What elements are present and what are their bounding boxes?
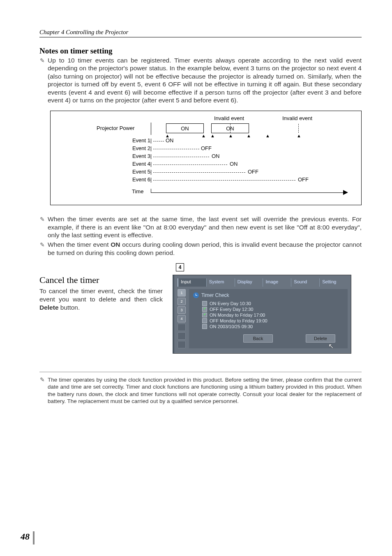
side-btn-2[interactable]: 2 <box>178 298 186 305</box>
cancel-text-b: button. <box>59 304 80 311</box>
page-number: 48 <box>21 531 30 542</box>
timer-item-1: ON Every Day 10:30 <box>210 301 251 306</box>
timer-item-5: ON 2003/10/25 09:30 <box>210 324 253 329</box>
cancel-text-a: To cancel the timer event, check the tim… <box>39 287 163 303</box>
chapter-header: Chapter 4 Controlling the Projector <box>39 29 362 37</box>
side-btn-4[interactable]: 4 <box>178 315 186 322</box>
event-2-state: OFF <box>201 145 212 151</box>
tab-image[interactable]: Image <box>263 278 291 287</box>
invalid-event-label-1: Invalid event <box>214 115 244 121</box>
event-3-label: Event 3 <box>124 153 150 159</box>
tab-system[interactable]: System <box>206 278 235 287</box>
notes-title: Notes on timer setting <box>39 46 362 56</box>
pencil-icon: ✎ <box>39 216 45 239</box>
timer-item-2: OFF Every Day 12:30 <box>210 307 253 312</box>
note-2: ✎ When the timer events are set at the s… <box>39 215 362 239</box>
invalid-event-label-2: Invalid event <box>282 115 312 121</box>
checkbox-3[interactable] <box>202 313 207 317</box>
tab-sound[interactable]: Sound <box>291 278 319 287</box>
note-3-a: When the timer event <box>48 241 111 248</box>
timer-check-title: Timer Check <box>201 292 229 298</box>
cancel-timer-text: To cancel the timer event, check the tim… <box>39 287 163 312</box>
note-2-text: When the timer events are set at the sam… <box>48 215 362 239</box>
pencil-icon: ✎ <box>39 57 45 104</box>
checkbox-1[interactable] <box>202 301 207 306</box>
timer-item-3: ON Monday to Friday 17:00 <box>210 313 265 317</box>
event-6-label: Event 6 <box>124 176 150 183</box>
cursor-icon: ↖ <box>328 342 334 350</box>
on-box-1: ON <box>166 123 204 133</box>
clock-icon <box>193 292 199 298</box>
event-4-state: ON <box>230 161 238 167</box>
projector-gui-screenshot: Input System Display Image Sound Setting… <box>173 275 351 354</box>
tab-display[interactable]: Display <box>235 278 263 287</box>
event-3-state: ON <box>212 153 220 159</box>
event-4-label: Event 4 <box>124 161 150 167</box>
note-1: ✎ Up to 10 timer events can be registere… <box>39 56 362 104</box>
event-2-label: Event 2 <box>124 145 150 151</box>
pencil-icon: ✎ <box>39 241 45 257</box>
side-btn-3[interactable]: 3 <box>178 306 186 314</box>
page-side-bar <box>33 531 35 544</box>
side-btn-empty-2[interactable] <box>178 332 186 340</box>
time-label: Time <box>132 188 143 195</box>
side-btn-empty-1[interactable] <box>178 324 186 331</box>
event-1-state: ON <box>166 137 174 144</box>
footnote: ✎ The timer operates by using the clock … <box>39 376 362 405</box>
gui-side-nav: 1 2 3 4 <box>178 289 186 348</box>
timer-item-4: OFF Monday to Friday 19:00 <box>210 318 267 323</box>
checkbox-4[interactable] <box>202 318 207 323</box>
projector-power-label: Projector Power <box>97 125 134 131</box>
note-3: ✎ When the timer event ON occurs during … <box>39 241 362 257</box>
delete-button[interactable]: Delete <box>306 334 335 343</box>
back-button[interactable]: Back <box>243 334 273 343</box>
gui-tab-bar: Input System Display Image Sound Setting <box>174 275 351 287</box>
tab-setting[interactable]: Setting <box>319 278 348 287</box>
side-btn-1[interactable]: 1 <box>178 289 186 297</box>
event-5-state: OFF <box>248 169 258 175</box>
divider <box>39 372 362 372</box>
note-3-text: When the timer event ON occurs during co… <box>48 241 362 257</box>
page-indicator-box: 4 <box>176 263 184 271</box>
event-5-label: Event 5 <box>124 169 150 175</box>
checkbox-5[interactable] <box>202 324 207 329</box>
power-axis: ON ON ▲ ▲ ▲ ▲ ▲ ▲ ▲ <box>151 123 350 135</box>
note-3-bold: ON <box>111 241 120 248</box>
footnote-text: The timer operates by using the clock fu… <box>48 376 362 405</box>
arrow-right-icon <box>343 190 348 195</box>
event-1-label: Event 1 <box>124 137 150 144</box>
pencil-icon: ✎ <box>39 376 45 405</box>
cancel-text-bold: Delete <box>39 304 59 311</box>
note-1-text: Up to 10 timer events can be registered.… <box>48 56 362 104</box>
side-btn-empty-3[interactable] <box>178 341 186 348</box>
event-6-state: OFF <box>298 176 309 183</box>
cancel-timer-title: Cancel the timer <box>39 275 163 285</box>
timer-diagram: Invalid event Invalid event Projector Po… <box>50 111 362 205</box>
time-axis <box>151 192 346 193</box>
tab-input[interactable]: Input <box>178 278 206 287</box>
checkbox-2[interactable] <box>202 307 207 312</box>
gui-main-panel: Timer Check ON Every Day 10:30 OFF Every… <box>189 289 348 348</box>
